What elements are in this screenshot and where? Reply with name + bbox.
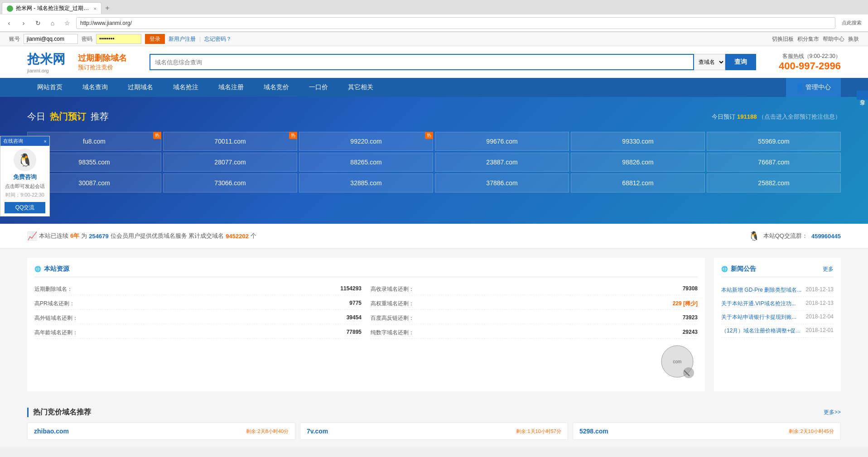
resources-panel: 🌐 本站资源 近期删除域名：1154293高收录域名还剩：79308高PR域名还… xyxy=(27,258,705,391)
resource-label: 高收录域名还剩： xyxy=(371,285,414,293)
search-button[interactable]: 查询 xyxy=(725,54,756,70)
person-icon: 👤 xyxy=(796,84,804,91)
hot-domain-remaining: 剩余:2天10小时45分 xyxy=(789,428,834,435)
news-date: 2018-12-13 xyxy=(806,286,834,294)
logo-sub: jianmi.org xyxy=(27,68,65,73)
resource-label: 高权重域名还剩： xyxy=(371,300,414,308)
refresh-button[interactable]: ↻ xyxy=(33,18,43,29)
qq-prefix: 本站QQ交流群： xyxy=(763,232,808,240)
news-link[interactable]: 本站新增 GD-Pre 删除类型域名... xyxy=(721,286,806,294)
consult-close-button[interactable]: × xyxy=(44,139,47,144)
sep1: | xyxy=(199,36,201,42)
hot-domain-remaining: 剩余:2天8小时40分 xyxy=(246,428,289,435)
search-area: 查域名 查备案 查询 xyxy=(149,54,756,70)
search-type-select[interactable]: 查域名 查备案 xyxy=(694,54,725,70)
more-link[interactable]: （点击进入全部预订抢注信息） xyxy=(758,113,841,120)
news-link[interactable]: 关于本站申请银行卡提现到账... xyxy=(721,313,806,321)
login-button[interactable]: 登录 xyxy=(145,34,165,44)
domain-cell[interactable]: 73066.com xyxy=(163,173,297,192)
domain-cell[interactable]: 70011.com热 xyxy=(163,132,297,151)
register-link[interactable]: 新用户注册 xyxy=(169,35,196,43)
resource-value: 29243 xyxy=(683,329,698,337)
switch-old-link[interactable]: 切换旧板 xyxy=(772,35,794,43)
nav-domain-register[interactable]: 域名注册 xyxy=(208,78,254,97)
domain-cell[interactable]: 76687.com xyxy=(707,153,841,172)
domain-cell[interactable]: 88265.com xyxy=(299,153,433,172)
domain-cell[interactable]: 98826.com xyxy=(571,153,705,172)
browser-tab[interactable]: 抢米网 - 域名抢注预定_过期删除域名 × xyxy=(2,2,101,14)
news-item: 本站新增 GD-Pre 删除类型域名...2018-12-13 xyxy=(721,284,834,297)
hero-section: 今日 热门预订 推荐 今日预订 191188 （点击进入全部预订抢注信息） fu… xyxy=(0,97,868,224)
home-button[interactable]: ⌂ xyxy=(47,18,58,29)
site-nav: 网站首页 域名查询 过期域名 域名抢注 域名注册 域名竞价 一口价 其它相关 👤… xyxy=(0,78,868,97)
news-link[interactable]: 关于本站开通.VIP域名抢注功... xyxy=(721,300,806,308)
account-input[interactable] xyxy=(24,34,78,44)
news-item: 关于本站开通.VIP域名抢注功...2018-12-13 xyxy=(721,297,834,311)
hot-domains-more[interactable]: 更多>> xyxy=(824,409,841,416)
nav-expired-domains[interactable]: 过期域名 xyxy=(118,78,163,97)
main-search-input[interactable] xyxy=(149,54,694,70)
forgot-password-link[interactable]: 忘记密码？ xyxy=(204,35,231,43)
nav-management[interactable]: 👤管理中心 xyxy=(786,78,841,97)
nav-domain-auction[interactable]: 域名竞价 xyxy=(254,78,299,97)
help-center-link[interactable]: 帮助中心 xyxy=(823,35,844,43)
float-share[interactable]: 分享 xyxy=(857,91,868,100)
resource-label: 高PR域名还剩： xyxy=(34,300,75,308)
logo-area: 抢米网 jianmi.org xyxy=(27,51,65,73)
qq-number[interactable]: 459960445 xyxy=(811,233,841,240)
chart-icon: 📈 xyxy=(27,231,37,241)
nav-other[interactable]: 其它相关 xyxy=(338,78,383,97)
nav-domain-query[interactable]: 域名查询 xyxy=(72,78,118,97)
qq-chat-button[interactable]: QQ交流 xyxy=(5,202,45,213)
hot-badge: 热 xyxy=(289,132,297,139)
domain-cell[interactable]: 68812.com xyxy=(571,173,705,192)
nav-fixed-price[interactable]: 一口价 xyxy=(299,78,338,97)
nav-domain-snatch[interactable]: 域名抢注 xyxy=(163,78,208,97)
news-list: 本站新增 GD-Pre 删除类型域名...2018-12-13关于本站开通.VI… xyxy=(721,284,834,338)
news-panel-header: 🌐 新闻公告 更多 xyxy=(721,265,834,277)
stats-suffix2: 个 xyxy=(251,232,256,240)
address-right-controls: 点此搜索 xyxy=(839,19,864,27)
news-link[interactable]: （12月）域名注册价格调整+促... xyxy=(721,327,806,335)
search-hint[interactable]: 点此搜索 xyxy=(839,19,864,27)
hot-domain-name[interactable]: 5298.com xyxy=(579,428,608,435)
resource-value: 79308 xyxy=(683,285,698,293)
consult-free-label: 免费咨询 xyxy=(13,173,37,181)
password-input[interactable] xyxy=(96,34,141,44)
news-more-link[interactable]: 更多 xyxy=(823,265,834,273)
skin-change-link[interactable]: 换肤 xyxy=(848,35,859,43)
domain-cell[interactable]: 23887.com xyxy=(435,153,569,172)
hot-badge: 热 xyxy=(153,132,161,139)
domain-cell[interactable]: 99220.com热 xyxy=(299,132,433,151)
domain-cell[interactable]: 32885.com xyxy=(299,173,433,192)
new-tab-button[interactable]: + xyxy=(101,2,113,14)
points-market-link[interactable]: 积分集市 xyxy=(797,35,819,43)
forward-button[interactable]: › xyxy=(18,18,29,29)
tab-bar: 抢米网 - 域名抢注预定_过期删除域名 × + xyxy=(0,0,868,14)
logo-main[interactable]: 抢米网 xyxy=(27,51,65,68)
domain-cell[interactable]: 37886.com xyxy=(435,173,569,192)
news-date: 2018-12-01 xyxy=(806,327,834,335)
hot-domain-name[interactable]: zhibao.com xyxy=(34,428,69,435)
tagline-1: 过期删除域名 xyxy=(78,53,127,63)
address-bar: ‹ › ↻ ⌂ ☆ http://www.jianmi.org/ 点此搜索 xyxy=(0,14,868,32)
domain-cell[interactable]: 99330.com xyxy=(571,132,705,151)
resource-value: 9775 xyxy=(349,300,362,308)
domain-cell[interactable]: 28077.com xyxy=(163,153,297,172)
hot-domain-name[interactable]: 7v.com xyxy=(307,428,328,435)
url-input[interactable]: http://www.jianmi.org/ xyxy=(76,17,835,29)
domain-cell[interactable]: 99676.com xyxy=(435,132,569,151)
back-button[interactable]: ‹ xyxy=(4,18,14,29)
svg-text:com: com xyxy=(673,359,682,364)
news-date: 2018-12-04 xyxy=(806,313,834,321)
nav-home[interactable]: 网站首页 xyxy=(27,78,72,97)
tab-close-icon[interactable]: × xyxy=(94,6,96,11)
domain-cell[interactable]: 25882.com xyxy=(707,173,841,192)
domain-cell[interactable]: 55969.com xyxy=(707,132,841,151)
float-consult-header: 在线咨询 × xyxy=(0,136,49,146)
resource-item: 高外链域名还剩：39454 xyxy=(34,313,362,324)
float-consult: 在线咨询 × 🐧 免费咨询 点击即可发起会话 时间：9:00-22:30 QQ交… xyxy=(0,136,50,216)
bookmark-button[interactable]: ☆ xyxy=(62,18,72,29)
hot-domains-section: 热门竞价域名推荐 更多>> zhibao.com剩余:2天8小时40分7v.co… xyxy=(0,400,868,447)
resource-label: 近期删除域名： xyxy=(34,285,72,293)
